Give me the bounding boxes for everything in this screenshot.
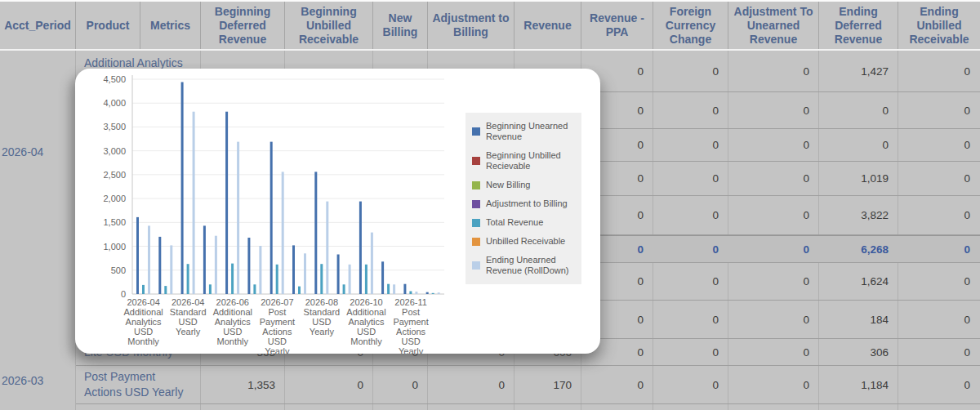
legend-label: Total Revenue	[486, 217, 543, 228]
legend-label: Beginning Unearned Revenue	[486, 121, 575, 142]
value-cell: 0	[728, 129, 819, 161]
value-cell: 1,427	[819, 51, 898, 91]
value-cell	[373, 404, 428, 410]
legend-swatch-icon	[472, 200, 480, 208]
value-cell: 0	[728, 339, 819, 365]
legend-item: Beginning Unbilled Recievable	[472, 150, 575, 172]
column-header-acct-period[interactable]: Acct_Period	[0, 2, 76, 49]
legend-item: Total Revenue	[472, 217, 575, 228]
value-cell	[653, 404, 728, 410]
legend-swatch-icon	[472, 127, 480, 136]
value-cell: 0	[898, 51, 980, 91]
product-cell	[76, 404, 193, 410]
value-cell: 1,353	[201, 366, 285, 403]
value-cell: 0	[285, 366, 373, 403]
value-cell: 0	[728, 92, 819, 128]
value-cell: 0	[728, 162, 819, 195]
value-cell: 0	[653, 162, 728, 195]
svg-text:500: 500	[111, 265, 126, 275]
legend-label: Unbilled Receivable	[486, 236, 565, 247]
value-cell: 0	[728, 196, 819, 234]
value-cell: 0	[428, 366, 514, 403]
value-cell: 0	[898, 196, 980, 234]
table-row[interactable]: Post Payment Actions USD Yearly1,3530001…	[76, 366, 980, 404]
svg-text:0: 0	[121, 289, 126, 299]
value-cell: 3,822	[819, 196, 898, 234]
legend-item: New Billing	[472, 180, 575, 190]
legend-label: Ending Unearned Revenue (RollDown)	[486, 255, 575, 276]
column-header-foreign-currency-change[interactable]: Foreign Currency Change	[653, 2, 728, 49]
svg-text:4,500: 4,500	[103, 74, 126, 84]
value-cell: 0	[581, 366, 653, 403]
value-cell: 306	[819, 339, 898, 365]
acct-period-label: 2026-04	[2, 145, 43, 158]
value-cell: 184	[819, 301, 898, 338]
svg-text:3,500: 3,500	[103, 122, 126, 131]
column-header-adjustment-to-unearned-revenue[interactable]: Adjustment To Unearned Revenue	[728, 2, 819, 49]
legend-swatch-icon	[472, 238, 480, 246]
value-cell	[819, 404, 898, 410]
value-cell: 0	[653, 51, 728, 91]
legend-label: Beginning Unbilled Recievable	[486, 150, 575, 172]
table-row[interactable]	[76, 404, 980, 410]
value-cell: 0	[728, 236, 819, 262]
acct-period-label: 2026-03	[2, 374, 43, 387]
legend-swatch-icon	[472, 261, 480, 270]
value-cell: 0	[898, 92, 980, 128]
svg-text:2026-04AdditionalAnalyticsUSDM: 2026-04AdditionalAnalyticsUSDMonthly	[123, 297, 163, 346]
svg-text:2026-11PostPaymentActionsUSDYe: 2026-11PostPaymentActionsUSDYearly	[393, 297, 428, 354]
svg-text:2026-10AdditionalAnalyticsUSDM: 2026-10AdditionalAnalyticsUSDMonthly	[346, 297, 385, 346]
value-cell: 0	[728, 301, 819, 338]
value-cell: 0	[653, 339, 728, 365]
column-header-revenue[interactable]: Revenue	[514, 2, 581, 49]
value-cell: 170	[514, 366, 581, 403]
legend-label: Adjustment to Billing	[486, 198, 568, 209]
value-cell: 0	[898, 162, 980, 195]
value-cell: 0	[653, 92, 728, 128]
column-header-beginning-deferred-revenue[interactable]: Beginning Deferred Revenue	[201, 2, 285, 49]
value-cell: 0	[898, 129, 980, 161]
svg-text:2026-04StandardUSDYearly: 2026-04StandardUSDYearly	[170, 297, 207, 336]
svg-text:2,500: 2,500	[103, 170, 126, 180]
svg-text:2026-07PostPaymentActionsUSDYe: 2026-07PostPaymentActionsUSDYearly	[260, 297, 295, 354]
value-cell: 1,184	[819, 366, 898, 403]
legend-item: Adjustment to Billing	[472, 198, 575, 209]
chart-popup: 05001,0001,5002,0002,5003,0003,5004,0004…	[75, 69, 600, 354]
column-header-adjustment-to-billing[interactable]: Adjustment to Billing	[428, 2, 514, 49]
legend-item: Ending Unearned Revenue (RollDown)	[472, 255, 575, 276]
legend-swatch-icon	[472, 181, 480, 189]
svg-text:2,000: 2,000	[103, 194, 126, 203]
value-cell: 0	[819, 92, 898, 128]
value-cell: 0	[898, 263, 980, 300]
legend-item: Beginning Unearned Revenue	[472, 121, 575, 142]
value-cell: 0	[653, 366, 728, 403]
value-cell: 0	[728, 263, 819, 300]
value-cell: 0	[373, 366, 428, 403]
value-cell: 0	[653, 236, 728, 262]
column-header-beginning-unbilled-receivable[interactable]: Beginning Unbilled Receivable	[285, 2, 373, 49]
legend-item: Unbilled Receivable	[472, 236, 575, 247]
column-header-revenue-ppa[interactable]: Revenue - PPA	[581, 2, 653, 49]
table-header-row: Acct_PeriodProductMetricsBeginning Defer…	[0, 0, 980, 51]
chart-legend: Beginning Unearned RevenueBeginning Unbi…	[466, 113, 581, 284]
svg-text:2026-06AdditionalAnalyticsUSDM: 2026-06AdditionalAnalyticsUSDMonthly	[213, 297, 252, 346]
legend-label: New Billing	[486, 180, 530, 190]
column-header-ending-deferred-revenue[interactable]: Ending Deferred Revenue	[819, 2, 898, 49]
column-header-ending-unbilled-receivable[interactable]: Ending Unbilled Receivable	[898, 2, 980, 49]
value-cell: 0	[653, 301, 728, 338]
value-cell: 1,019	[819, 162, 898, 195]
revenue-rollforward-screen: Acct_PeriodProductMetricsBeginning Defer…	[0, 0, 980, 410]
acct-period-column: 2026-042026-03	[0, 51, 76, 410]
value-cell	[201, 404, 285, 410]
value-cell: 6,268	[819, 236, 898, 262]
value-cell: 1,624	[819, 263, 898, 300]
value-cell: 0	[898, 236, 980, 262]
column-header-new-billing[interactable]: New Billing	[373, 2, 428, 49]
value-cell	[728, 404, 819, 410]
column-header-product[interactable]: Product	[76, 2, 140, 49]
value-cell	[514, 404, 581, 410]
value-cell	[898, 404, 980, 410]
column-header-metrics[interactable]: Metrics	[140, 2, 201, 49]
value-cell: 0	[898, 339, 980, 365]
svg-text:1,500: 1,500	[103, 217, 126, 227]
